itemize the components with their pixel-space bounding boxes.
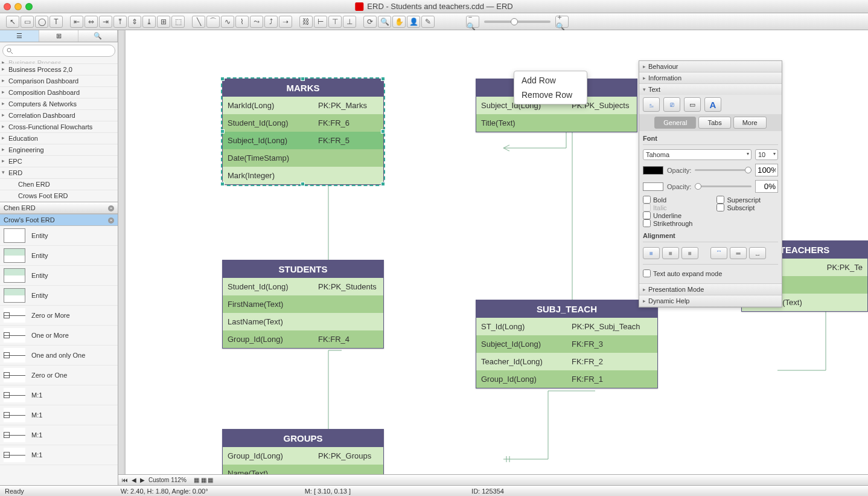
tree-item[interactable]: EPC — [0, 156, 118, 167]
inspector-information-header[interactable]: Information — [639, 72, 782, 83]
text-tool[interactable]: T — [49, 16, 63, 28]
edit-tool[interactable]: ✎ — [421, 16, 435, 28]
valign-middle-button[interactable]: ═ — [730, 247, 747, 259]
superscript-checkbox[interactable] — [716, 196, 724, 204]
shape-item[interactable]: One or More — [0, 326, 118, 346]
tree-item[interactable]: Computers & Networks — [0, 98, 118, 110]
bg-opacity-slider[interactable] — [695, 185, 752, 187]
library-search-input[interactable] — [2, 45, 115, 57]
tree-item[interactable]: Business Process — [0, 59, 118, 64]
entity-row[interactable]: Date(TimeStamp) — [223, 149, 383, 167]
entity-row[interactable]: Teacher_Id(Long)FK:FR_2 — [476, 353, 657, 370]
close-icon[interactable]: × — [108, 205, 114, 211]
shape-item[interactable]: M:1 — [0, 385, 118, 405]
entity-row[interactable]: FirstName(Text) — [223, 295, 383, 313]
shape-item[interactable]: M:1 — [0, 405, 118, 425]
inspector-help-header[interactable]: Dynamic Help — [639, 295, 782, 306]
align-right-tool[interactable]: ⇥ — [99, 16, 112, 28]
tree-item[interactable]: ERD — [0, 167, 118, 179]
rectangle-tool[interactable]: ▭ — [21, 16, 34, 28]
align-top-tool[interactable]: ⤒ — [113, 16, 127, 28]
chain-tool[interactable]: ⛓ — [299, 16, 313, 28]
entity-row[interactable]: Group_Id(Long)FK:FR_1 — [476, 370, 657, 388]
subscript-checkbox[interactable] — [716, 204, 724, 211]
shape-item[interactable]: M:1 — [0, 425, 118, 445]
selection-handle[interactable] — [381, 129, 385, 134]
entity-subj_teach[interactable]: SUBJ_TEACHST_Id(Long)PK:PK_Subj_TeachSub… — [476, 300, 658, 388]
align-left-tool[interactable]: ⇤ — [70, 16, 83, 28]
entity-row[interactable]: Student_Id(Long)FK:FR_6 — [223, 114, 383, 132]
bg-color-swatch[interactable] — [643, 182, 663, 191]
entity-students[interactable]: STUDENTSStudent_Id(Long)PK:PK_StudentsFi… — [222, 260, 384, 349]
polyline-tool[interactable]: ⌇ — [235, 16, 249, 28]
tree-item[interactable]: Comparison Dashboard — [0, 76, 118, 87]
align-center-button[interactable]: ≡ — [662, 247, 679, 259]
zoom-display[interactable]: Custom 112% — [148, 477, 187, 483]
group-tool[interactable]: ⬚ — [171, 16, 185, 28]
valign-top-button[interactable]: ⎴ — [710, 247, 727, 259]
align-left-button[interactable]: ≡ — [643, 247, 660, 259]
library-open-tab[interactable]: Crow's Foot ERD× — [0, 214, 118, 226]
zoom-tool[interactable]: 🔍 — [378, 16, 391, 28]
tree-item[interactable]: Business Process 2,0 — [0, 64, 118, 76]
selection-handle[interactable] — [220, 129, 225, 134]
valign-bottom-button[interactable]: ⎵ — [749, 247, 766, 259]
entity-row[interactable]: ST_Id(Long)PK:PK_Subj_Teach — [476, 318, 657, 335]
align-middle-tool[interactable]: ⇕ — [128, 16, 141, 28]
selection-handle[interactable] — [220, 77, 225, 81]
nav-next-icon[interactable]: ▶ — [140, 477, 145, 483]
inspector-behaviour-header[interactable]: Behaviour — [639, 61, 782, 72]
strike-checkbox[interactable] — [643, 219, 651, 227]
menu-add-row[interactable]: Add Row — [514, 73, 587, 88]
entity-row[interactable]: Group_Id(Long)FK:FR_4 — [223, 330, 383, 348]
shape-item[interactable]: Zero or More — [0, 306, 118, 326]
smart-connector-tool[interactable]: ⤴ — [264, 16, 278, 28]
text-underline-icon[interactable]: ⎁ — [643, 97, 660, 112]
text-opacity-slider[interactable] — [695, 169, 752, 171]
inspector-presentation-header[interactable]: Presentation Mode — [639, 284, 782, 295]
selection-handle[interactable] — [381, 77, 385, 81]
text-font-icon[interactable]: A — [704, 97, 721, 112]
entity-row[interactable]: Title(Text) — [476, 114, 637, 132]
library-tab-search[interactable]: 🔍 — [78, 30, 118, 42]
autoexpand-checkbox[interactable] — [643, 269, 651, 277]
text-color-swatch[interactable] — [643, 166, 663, 175]
underline-checkbox[interactable] — [643, 211, 651, 219]
minimize-window-button[interactable] — [14, 3, 22, 10]
shape-item[interactable]: Zero or One — [0, 366, 118, 385]
curve-tool[interactable]: ∿ — [221, 16, 234, 28]
arc-tool[interactable]: ⌒ — [206, 16, 220, 28]
tree-item[interactable]: Cross-Functional Flowcharts — [0, 121, 118, 133]
inspector-tab-general[interactable]: General — [654, 117, 696, 129]
line-tool[interactable]: ╲ — [192, 16, 205, 28]
font-family-select[interactable]: Tahoma — [643, 149, 752, 160]
shape-item[interactable]: Entity — [0, 266, 118, 286]
tree-item[interactable]: Engineering — [0, 144, 118, 156]
nav-first-icon[interactable]: ⏮ — [122, 477, 128, 483]
entity-marks[interactable]: MARKSMarkId(Long)PK:PK_MarksStudent_Id(L… — [222, 79, 384, 185]
zoom-in-button[interactable]: ＋🔍 — [555, 16, 569, 28]
library-tab-grid[interactable]: ⊞ — [39, 30, 78, 42]
library-open-tab[interactable]: Chen ERD× — [0, 202, 118, 214]
tree-item[interactable]: Correlation Dashboard — [0, 110, 118, 121]
align-right-button[interactable]: ≡ — [681, 247, 698, 259]
selection-handle[interactable] — [301, 77, 305, 81]
menu-remove-row[interactable]: Remove Row — [514, 88, 587, 102]
connector-tool[interactable]: ⤳ — [250, 16, 263, 28]
arrow-tool[interactable]: ➝ — [279, 16, 292, 28]
tree-item[interactable]: Chen ERD — [0, 179, 118, 190]
inspector-tab-more[interactable]: More — [733, 117, 767, 129]
bold-checkbox[interactable] — [643, 196, 651, 204]
nav-prev-icon[interactable]: ◀ — [132, 477, 136, 483]
tree-h-tool[interactable]: ⊢ — [314, 16, 327, 28]
pointer-tool[interactable]: ↖ — [6, 16, 19, 28]
entity-row[interactable]: Subject_Id(Long)FK:FR_3 — [476, 335, 657, 353]
shape-item[interactable]: Entity — [0, 286, 118, 306]
refresh-tool[interactable]: ⟳ — [363, 16, 377, 28]
bg-opacity-input[interactable] — [755, 180, 778, 193]
entity-row[interactable]: LastName(Text) — [223, 313, 383, 330]
align-bottom-tool[interactable]: ⤓ — [142, 16, 156, 28]
selection-handle[interactable] — [381, 182, 385, 186]
text-highlight-icon[interactable]: ⎚ — [663, 97, 680, 112]
distribute-tool[interactable]: ⊞ — [157, 16, 170, 28]
